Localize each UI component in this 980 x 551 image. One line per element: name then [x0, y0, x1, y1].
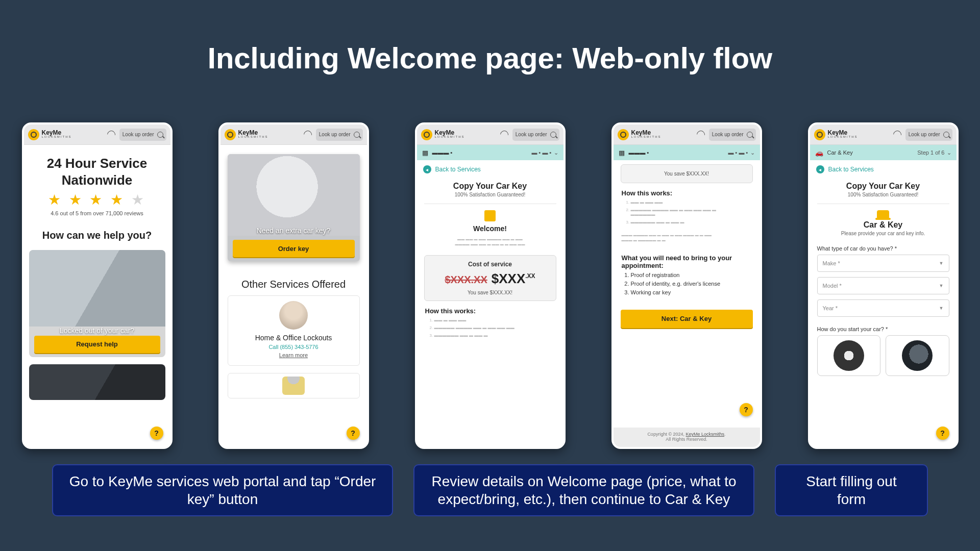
order-key-button[interactable]: Order key: [233, 240, 355, 257]
blurred-body-text: ▬▬ ▬▬ ▬ ▬▬ ▬▬▬▬ ▬▬ ▬ ▬▬▬▬▬▬ ▬▬ ▬▬ ▬ ▬▬ ▬…: [417, 233, 564, 251]
request-help-button[interactable]: Request help: [34, 336, 160, 353]
rating-stars: ★ ★ ★ ★ ★: [31, 191, 163, 208]
hero-line1: 24 Hour Service: [31, 156, 163, 171]
theme-toggle-icon[interactable]: [695, 129, 707, 140]
theme-toggle-icon[interactable]: [302, 129, 314, 140]
chevron-down-icon: ▼: [939, 261, 944, 266]
car-type-question: What type of car do you have? *: [817, 245, 949, 252]
back-label: Back to Services: [828, 166, 874, 173]
car-icon: ▩: [422, 149, 428, 157]
lookup-order-button[interactable]: Look up order: [709, 129, 756, 141]
chevron-down-icon[interactable]: ⌄: [554, 149, 558, 156]
theme-toggle-icon[interactable]: [892, 129, 903, 140]
search-icon: [747, 132, 753, 138]
chevron-down-icon[interactable]: ⌄: [750, 149, 755, 156]
lookup-order-button[interactable]: Look up order: [316, 129, 363, 141]
back-label: Back to Services: [435, 166, 481, 173]
car-key-card[interactable]: Need an extra car key? Order key: [228, 154, 360, 261]
current-price: $XXX.XX: [492, 271, 535, 287]
theme-toggle-icon[interactable]: [499, 129, 510, 140]
bring-item: Proof of registration: [631, 272, 752, 278]
progress-redacted: ▬▬▬ ▪: [432, 149, 453, 156]
screen-welcome-top: KeyMeLOCKSMITHS Look up order ▩ ▬▬▬ ▪ ▬ …: [415, 122, 566, 449]
welcome-heading: Welcome!: [417, 224, 564, 233]
next-car-key-button[interactable]: Next: Car & Key: [621, 310, 753, 328]
rating-text: 4.6 out of 5 from over 71,000 reviews: [31, 210, 163, 216]
brand-sub: LOCKSMITHS: [42, 135, 72, 138]
cost-of-service-box: Cost of service $XXX.XX $XXX.XX You save…: [424, 255, 556, 301]
app-header: KeyMeLOCKSMITHS Look up order: [417, 124, 564, 145]
brand-logo: KeyMeLOCKSMITHS: [421, 129, 465, 140]
other-services-heading: Other Services Offered: [220, 279, 367, 290]
divider: [424, 204, 556, 204]
help-button[interactable]: ?: [936, 427, 949, 440]
app-header: KeyMe LOCKSMITHS Look up order: [24, 124, 170, 145]
car-section-icon: [877, 210, 889, 218]
footer-brand-link[interactable]: KeyMe Locksmiths: [686, 432, 725, 437]
guarantee-text: 100% Satisfaction Guaranteed!: [810, 192, 957, 197]
logo-icon: [814, 129, 825, 140]
start-option-push-button[interactable]: [886, 335, 949, 376]
original-price: $XXX.XX: [445, 274, 487, 286]
chevron-down-icon: ▼: [939, 283, 944, 288]
service-tile-lockouts[interactable]: Home & Office Lockouts Call (855) 343-57…: [228, 295, 360, 366]
card-image: [29, 250, 165, 327]
bring-item: Working car key: [631, 289, 752, 295]
brand-logo: KeyMe LOCKSMITHS: [28, 129, 72, 140]
lookup-order-button[interactable]: Look up order: [512, 129, 559, 141]
screens-row: KeyMe LOCKSMITHS Look up order 24 Hour S…: [0, 122, 980, 449]
theme-toggle-icon[interactable]: [106, 129, 117, 140]
blurred-paragraph: ▬▬▬ ▬▬▬▬ ▬▬ ▬ ▬▬ ▬ ▬▬ ▬▬▬ ▬ ▬ ▬▬▬▬▬ ▬ ▬▬…: [614, 228, 760, 248]
search-icon: [943, 132, 949, 138]
welcome-icon: [484, 210, 496, 221]
page-title: Copy Your Car Key: [810, 182, 957, 191]
help-button[interactable]: ?: [740, 403, 753, 416]
page-title: Copy Your Car Key: [417, 182, 564, 191]
progress-subheader[interactable]: 🚗 Car & Key Step 1 of 6 ⌄: [810, 145, 957, 160]
tile-call-link[interactable]: Call (855) 343-5776: [228, 344, 359, 350]
divider: [817, 204, 949, 204]
card-label: Locked out of your car?: [29, 327, 165, 335]
bring-list: Proof of registration Proof of identity,…: [622, 272, 752, 295]
hero-line2: Nationwide: [31, 173, 163, 188]
screen-order-key: KeyMeLOCKSMITHS Look up order Need an ex…: [218, 122, 369, 449]
year-select[interactable]: Year *▼: [817, 299, 949, 317]
service-card-lockout[interactable]: Locked out of your car? Request help: [29, 250, 165, 357]
make-select[interactable]: Make *▼: [817, 255, 949, 272]
section-heading: Car & Key: [810, 220, 957, 230]
search-icon: [354, 132, 360, 138]
savings-text: You save $XXX.XX!: [430, 290, 551, 295]
subheader-title: Car & Key: [827, 149, 853, 156]
how-this-works-heading: How this works:: [622, 189, 752, 197]
logo-icon: [618, 129, 629, 140]
help-button[interactable]: ?: [347, 427, 360, 440]
car-icon: 🚗: [815, 149, 823, 157]
how-this-works-heading: How this works:: [425, 307, 555, 315]
chevron-down-icon[interactable]: ⌄: [947, 149, 951, 156]
logo-icon: [225, 129, 236, 140]
card-image: [228, 154, 360, 236]
start-option-turn-key[interactable]: [817, 335, 881, 376]
option-image: [902, 340, 933, 371]
app-header: KeyMeLOCKSMITHS Look up order: [220, 124, 367, 145]
model-select[interactable]: Model *▼: [817, 277, 949, 294]
guarantee-text: 100% Satisfaction Guaranteed!: [417, 192, 564, 197]
lookup-order-button[interactable]: Look up order: [119, 129, 166, 141]
chevron-down-icon: ▼: [939, 306, 944, 311]
back-icon: ◂: [423, 165, 431, 173]
lookup-order-button[interactable]: Look up order: [905, 129, 952, 141]
tile-learn-link[interactable]: Learn more: [228, 352, 359, 358]
how-steps-blurred: ▬▬ ▬ ▬▬ ▬▬ ▬▬▬▬▬ ▬▬▬▬ ▬▬ ▬ ▬▬ ▬▬ ▬▬ ▬▬▬▬…: [622, 200, 752, 224]
lookup-label: Look up order: [122, 132, 154, 137]
cost-title: Cost of service: [430, 261, 551, 268]
caption-step1: Go to KeyMe services web portal and tap …: [52, 464, 393, 516]
help-button[interactable]: ?: [150, 427, 163, 440]
how-heading: How can we help you?: [31, 230, 163, 241]
slide-title: Including Welcome page: Web-only flow: [0, 0, 980, 75]
service-tile-keys[interactable]: [228, 373, 360, 398]
back-to-services[interactable]: ◂ Back to Services: [417, 160, 564, 179]
option-image: [834, 340, 864, 371]
brand-logo: KeyMeLOCKSMITHS: [814, 129, 858, 140]
savings-box: You save $XXX.XX!: [621, 164, 753, 183]
back-to-services[interactable]: ◂ Back to Services: [810, 160, 957, 179]
